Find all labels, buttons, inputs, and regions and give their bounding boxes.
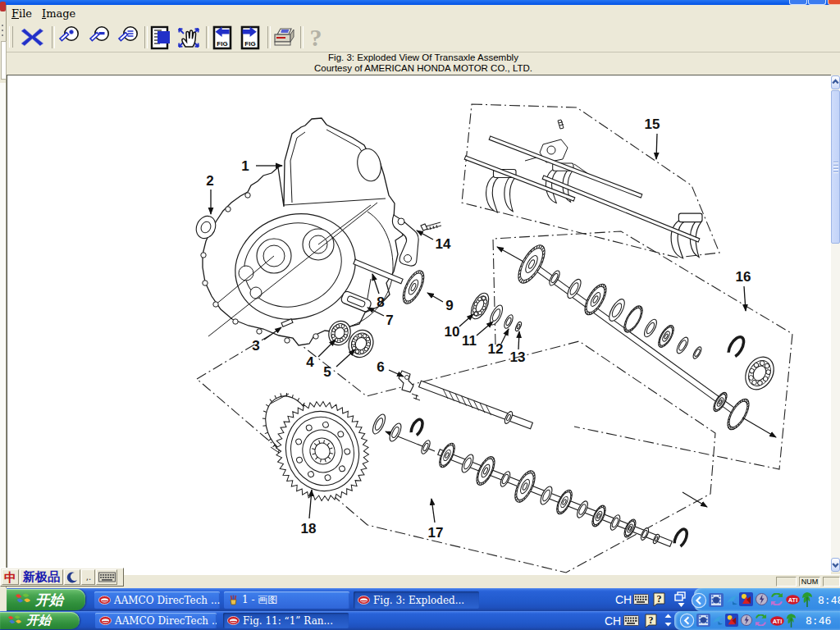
tray-collapse-chevron[interactable] bbox=[691, 592, 707, 609]
tray-restore-icon[interactable] bbox=[674, 591, 686, 601]
tray-keyboard-icon[interactable] bbox=[633, 594, 649, 605]
ime-name-label: 新极品 bbox=[21, 569, 62, 585]
tray-swoosh-icon[interactable] bbox=[726, 594, 738, 606]
zoom-out-icon bbox=[86, 25, 112, 50]
exploded-diagram: 123456789101112131415161718 bbox=[7, 75, 831, 574]
num-lock-indicator: NUM bbox=[799, 577, 820, 587]
aamco-icon bbox=[358, 596, 370, 605]
task-button-fig3[interactable]: Fig. 3: Exploded... bbox=[354, 591, 479, 609]
tray-graphics-icon[interactable] bbox=[725, 614, 738, 627]
tray-ati-icon[interactable]: ATI bbox=[786, 595, 800, 605]
zoom-in-button[interactable] bbox=[54, 24, 84, 51]
remote-start-button[interactable]: 开始 bbox=[7, 589, 85, 610]
vertical-scrollbar[interactable] bbox=[831, 75, 840, 572]
zoom-page-icon bbox=[115, 25, 141, 50]
callout-10: 10 bbox=[445, 324, 460, 340]
screen: File Image bbox=[0, 0, 840, 630]
aamco-icon bbox=[99, 616, 112, 625]
menu-image[interactable]: Image bbox=[42, 7, 75, 20]
tray-help-icon[interactable]: ? bbox=[645, 614, 658, 628]
tray-ati-icon[interactable]: ATI bbox=[770, 616, 784, 626]
pan-button[interactable] bbox=[175, 24, 203, 51]
ime-keyboard-button[interactable] bbox=[96, 569, 117, 585]
ime-moon-icon bbox=[66, 572, 78, 583]
svg-text:中: 中 bbox=[4, 570, 16, 584]
ime-punct-icon: ,. bbox=[84, 573, 94, 582]
task-button-paint[interactable]: 1 - 画图 bbox=[224, 591, 349, 609]
callout-5: 5 bbox=[323, 364, 331, 380]
svg-text:ATI: ATI bbox=[773, 618, 783, 625]
tray-lightning-icon[interactable] bbox=[741, 614, 752, 626]
ime-name-button[interactable]: 新极品 bbox=[20, 569, 63, 585]
language-indicator[interactable]: CH bbox=[605, 614, 621, 628]
status-panel bbox=[776, 577, 797, 587]
tray-sync-icon[interactable] bbox=[755, 614, 767, 626]
figure-viewport[interactable]: 123456789101112131415161718 1. Clutch Ho… bbox=[7, 75, 831, 574]
help-button[interactable]: ? bbox=[304, 24, 328, 51]
svg-text:,.: ,. bbox=[85, 573, 90, 582]
background-window-sliver bbox=[0, 5, 7, 588]
local-start-button[interactable]: 开始 bbox=[0, 612, 80, 629]
tray-collapse-chevron[interactable] bbox=[679, 613, 695, 628]
tray-help-icon[interactable]: ? bbox=[653, 592, 666, 606]
svg-text:FIG: FIG bbox=[217, 40, 227, 48]
task-button-fig11[interactable]: Fig. 11: “1” Ran... bbox=[223, 613, 349, 628]
tray-keyboard-icon[interactable] bbox=[623, 615, 639, 626]
next-figure-button[interactable]: FIG bbox=[237, 24, 263, 51]
caption-line2: Courtesy of AMERICAN HONDA MOTOR CO., LT… bbox=[7, 63, 840, 74]
svg-text:?: ? bbox=[649, 614, 654, 626]
tray-graphics-icon[interactable] bbox=[739, 592, 753, 606]
local-taskbar: 开始 AAMCO DirecTech ... Fig. 11: “1” Ran.… bbox=[0, 611, 840, 630]
scroll-up-button[interactable] bbox=[831, 75, 840, 89]
ime-punct-button[interactable]: ,. bbox=[81, 569, 95, 585]
close-image-button[interactable] bbox=[16, 24, 49, 51]
previous-figure-button[interactable]: FIG bbox=[209, 24, 235, 51]
tray-swoosh-icon[interactable] bbox=[712, 614, 724, 626]
svg-text:?: ? bbox=[310, 25, 322, 50]
task-button-aamco-1[interactable]: AAMCO DirecTech ... bbox=[94, 591, 220, 609]
windows-flag-icon bbox=[7, 614, 23, 628]
callout-17: 17 bbox=[428, 525, 444, 541]
status-bar: NUM bbox=[7, 574, 840, 589]
toolbar-gripper[interactable] bbox=[9, 26, 13, 48]
tray-expand-icon[interactable] bbox=[678, 602, 685, 608]
tray-tree-icon[interactable] bbox=[801, 591, 813, 608]
clock-1: 8:48 bbox=[818, 594, 840, 606]
scroll-down-icon bbox=[832, 559, 839, 571]
clock-2: 8:46 bbox=[806, 614, 831, 627]
toolbar: FIG FIG ? bbox=[7, 23, 840, 52]
language-indicator[interactable]: CH bbox=[615, 593, 632, 606]
print-icon bbox=[272, 26, 296, 49]
tray-tree-icon[interactable] bbox=[786, 613, 797, 628]
scroll-down-button[interactable] bbox=[831, 558, 840, 572]
tray-media-icon[interactable] bbox=[696, 614, 710, 627]
callout-4: 4 bbox=[306, 354, 314, 370]
callout-14: 14 bbox=[436, 236, 451, 252]
tray-media-icon[interactable] bbox=[709, 593, 724, 607]
ime-chinese-icon: 中 bbox=[3, 570, 17, 584]
close-x-icon bbox=[21, 27, 45, 48]
scrollbar-thumb[interactable] bbox=[831, 90, 840, 244]
tray-updown-icon[interactable] bbox=[664, 614, 672, 627]
ime-lang-button[interactable]: 中 bbox=[2, 569, 19, 585]
remote-taskbar: 开始 AAMCO DirecTech ... 1 - 画图 Fig. 3: Ex… bbox=[7, 588, 840, 611]
callout-6: 6 bbox=[377, 359, 384, 375]
help-icon: ? bbox=[306, 25, 326, 50]
ime-language-bar[interactable]: 中 新极品 ,. bbox=[0, 568, 124, 587]
pan-hand-icon bbox=[176, 25, 202, 50]
ime-keyboard-icon bbox=[98, 572, 116, 582]
copy-button[interactable] bbox=[148, 24, 174, 51]
callout-9: 9 bbox=[445, 298, 453, 313]
zoom-out-button[interactable] bbox=[84, 24, 114, 51]
task-button-aamco-2[interactable]: AAMCO DirecTech ... bbox=[95, 613, 217, 628]
svg-text:FIG: FIG bbox=[244, 40, 255, 48]
start-label: 开始 bbox=[35, 591, 63, 609]
ime-mode-button[interactable] bbox=[64, 569, 80, 585]
tray-lightning-icon[interactable] bbox=[756, 593, 768, 605]
tray-sync-icon[interactable] bbox=[770, 593, 783, 605]
callout-8: 8 bbox=[377, 294, 384, 310]
print-button[interactable] bbox=[271, 24, 297, 51]
zoom-page-button[interactable] bbox=[113, 24, 143, 51]
svg-text:ATI: ATI bbox=[788, 596, 798, 604]
menu-file[interactable]: File bbox=[11, 7, 32, 20]
